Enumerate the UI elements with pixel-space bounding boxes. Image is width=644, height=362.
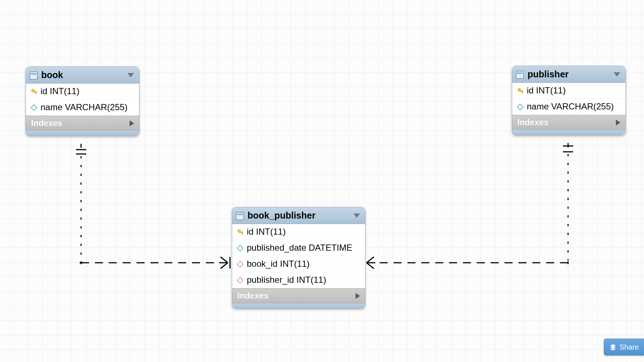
svg-rect-35 <box>522 92 523 93</box>
column-text: published_date DATETIME <box>247 243 352 253</box>
svg-line-17 <box>367 257 374 263</box>
table-icon <box>516 70 524 78</box>
column-diamond-icon <box>237 244 244 252</box>
indexes-row[interactable]: Indexes <box>512 115 625 130</box>
primary-key-icon <box>517 87 524 95</box>
entity-book[interactable]: book id INT(11) name VARCHAR(255) Indexe… <box>26 66 139 136</box>
layers-icon <box>609 343 617 351</box>
entity-header-book[interactable]: book <box>26 67 139 84</box>
column-text: id INT(11) <box>247 227 286 237</box>
table-icon <box>236 212 244 220</box>
foreign-key-diamond-icon <box>237 277 244 284</box>
primary-key-icon <box>237 228 244 236</box>
column-row[interactable]: publisher_id INT(11) <box>232 272 365 288</box>
entity-footer <box>232 303 365 308</box>
entity-header-publisher[interactable]: publisher <box>512 66 625 83</box>
svg-rect-38 <box>237 213 243 215</box>
expand-indexes-icon[interactable] <box>356 293 360 299</box>
svg-marker-44 <box>237 245 243 251</box>
column-row[interactable]: id INT(11) <box>26 84 139 100</box>
column-row[interactable]: id INT(11) <box>512 83 625 99</box>
svg-line-19 <box>367 263 374 269</box>
share-button[interactable]: Share <box>604 339 644 355</box>
entity-book-publisher[interactable]: book_publisher id INT(11) published_date… <box>232 207 365 309</box>
column-text: name VARCHAR(255) <box>527 101 614 112</box>
entity-header-book-publisher[interactable]: book_publisher <box>232 207 365 224</box>
entity-title: publisher <box>528 69 610 80</box>
entity-publisher[interactable]: publisher id INT(11) name VARCHAR(255) I… <box>512 66 626 135</box>
er-diagram-canvas[interactable]: book id INT(11) name VARCHAR(255) Indexe… <box>0 0 644 362</box>
column-diamond-icon <box>517 103 524 111</box>
column-row[interactable]: book_id INT(11) <box>232 256 365 272</box>
expand-indexes-icon[interactable] <box>130 120 134 126</box>
indexes-row[interactable]: Indexes <box>232 288 365 303</box>
collapse-caret-icon[interactable] <box>127 73 134 77</box>
column-row[interactable]: name VARCHAR(255) <box>512 99 625 115</box>
column-text: publisher_id INT(11) <box>247 275 326 285</box>
svg-rect-43 <box>242 233 243 234</box>
svg-rect-30 <box>517 72 523 74</box>
column-row[interactable]: published_date DATETIME <box>232 240 365 256</box>
column-diamond-icon <box>30 104 38 111</box>
column-text: id INT(11) <box>527 85 566 96</box>
entity-footer <box>26 130 139 136</box>
svg-rect-27 <box>36 92 37 94</box>
svg-marker-28 <box>31 105 37 111</box>
svg-marker-49 <box>610 348 616 351</box>
svg-marker-36 <box>517 104 523 110</box>
collapse-caret-icon[interactable] <box>353 213 360 218</box>
column-row[interactable]: id INT(11) <box>232 224 365 240</box>
column-text: book_id INT(11) <box>247 259 310 269</box>
collapse-caret-icon[interactable] <box>614 72 620 77</box>
foreign-key-diamond-icon <box>237 261 244 268</box>
entity-footer <box>512 130 625 135</box>
svg-marker-45 <box>237 261 243 267</box>
expand-indexes-icon[interactable] <box>616 120 620 126</box>
column-text: name VARCHAR(255) <box>41 102 127 113</box>
indexes-label: Indexes <box>237 291 269 301</box>
column-text: id INT(11) <box>41 86 80 97</box>
indexes-row[interactable]: Indexes <box>26 116 139 130</box>
svg-line-7 <box>221 257 228 263</box>
indexes-label: Indexes <box>517 118 549 127</box>
indexes-label: Indexes <box>31 118 62 128</box>
column-row[interactable]: name VARCHAR(255) <box>26 100 139 116</box>
share-button-label: Share <box>620 343 639 351</box>
svg-line-9 <box>221 263 228 269</box>
entity-title: book <box>41 70 124 80</box>
table-icon <box>30 71 38 79</box>
entity-title: book_publisher <box>248 210 350 221</box>
svg-marker-46 <box>237 277 243 283</box>
svg-rect-22 <box>31 73 37 75</box>
primary-key-icon <box>30 88 38 95</box>
